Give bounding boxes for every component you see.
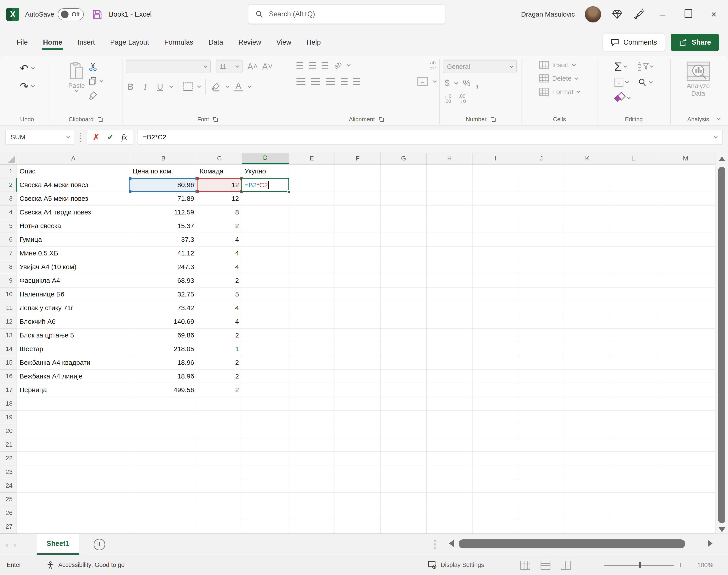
find-select-button[interactable] [638,77,653,87]
cell-L26[interactable] [610,506,656,520]
cell-M16[interactable] [656,370,715,383]
cell-C5[interactable]: 2 [197,219,242,233]
cell-C4[interactable]: 8 [197,205,242,219]
row-header-6[interactable]: 6 [0,233,17,246]
cell-G5[interactable] [381,219,427,233]
cell-A16[interactable]: Вежбанка А4 линије [17,370,130,383]
tab-formulas[interactable]: Formulas [157,34,201,50]
cell-K4[interactable] [564,205,610,219]
cell-F7[interactable] [335,246,381,260]
cell-F10[interactable] [335,288,381,301]
cell-K9[interactable] [564,274,610,288]
cell-A7[interactable]: Мине 0.5 ХБ [17,246,130,260]
font-dialog-launcher[interactable] [213,117,218,122]
cell-L2[interactable] [610,178,656,192]
cell-E17[interactable] [289,383,335,397]
cell-D4[interactable] [242,205,289,219]
cell-H2[interactable] [427,178,473,192]
decrease-decimal-button[interactable]: .00→0 [458,94,466,104]
cell-I4[interactable] [473,205,518,219]
column-header-I[interactable]: I [473,153,518,164]
cell-F11[interactable] [335,301,381,315]
tab-help[interactable]: Help [299,34,328,50]
cell-F22[interactable] [335,451,381,465]
font-color-button[interactable]: A [233,82,244,92]
select-all-corner[interactable] [0,153,17,164]
cell-I25[interactable] [473,493,518,506]
cell-D22[interactable] [242,451,289,465]
column-header-M[interactable]: M [656,153,715,164]
cell-E11[interactable] [289,301,335,315]
column-header-L[interactable]: L [610,153,656,164]
bold-button[interactable]: B [125,82,136,92]
cell-D25[interactable] [242,493,289,506]
minimize-button[interactable]: – [655,9,671,20]
cell-E21[interactable] [289,438,335,451]
cell-B1[interactable]: Цена по ком. [130,165,197,178]
editing-cell-d2[interactable]: =B2*C2 [242,178,289,192]
cell-A6[interactable]: Гумица [17,233,130,246]
align-center-button[interactable] [311,78,320,85]
cell-J8[interactable] [518,260,564,274]
column-header-G[interactable]: G [381,153,427,164]
cell-H5[interactable] [427,219,473,233]
fill-handle[interactable] [287,190,290,193]
cell-L17[interactable] [610,383,656,397]
tab-insert[interactable]: Insert [70,34,103,50]
cell-J20[interactable] [518,424,564,438]
cell-L16[interactable] [610,370,656,383]
cell-C13[interactable]: 2 [197,329,242,342]
cell-H1[interactable] [427,165,473,178]
cell-H3[interactable] [427,192,473,205]
undo-button[interactable]: ↶ [20,62,34,74]
zoom-in-button[interactable]: + [678,561,683,569]
cell-H9[interactable] [427,274,473,288]
cell-I9[interactable] [473,274,518,288]
cell-K26[interactable] [564,506,610,520]
row-header-22[interactable]: 22 [0,451,17,465]
row-header-26[interactable]: 26 [0,506,17,520]
cell-D18[interactable] [242,397,289,410]
cell-A15[interactable]: Вежбанка А4 квадрати [17,356,130,370]
cell-J19[interactable] [518,410,564,424]
comma-button[interactable]: , [476,77,479,90]
cell-D7[interactable] [242,246,289,260]
cell-I13[interactable] [473,329,518,342]
cell-G8[interactable] [381,260,427,274]
cell-J4[interactable] [518,205,564,219]
display-settings-button[interactable]: Display Settings [428,561,484,569]
cell-G24[interactable] [381,479,427,493]
cell-A12[interactable]: Блокчић А6 [17,315,130,329]
cell-K6[interactable] [564,233,610,246]
horizontal-scrollbar-thumb[interactable] [459,539,685,548]
name-box[interactable]: SUM [5,130,75,144]
row-header-5[interactable]: 5 [0,219,17,233]
cell-M9[interactable] [656,274,715,288]
cell-I8[interactable] [473,260,518,274]
cell-L18[interactable] [610,397,656,410]
cell-B16[interactable]: 18.96 [130,370,197,383]
cell-K3[interactable] [564,192,610,205]
wrap-text-button[interactable]: abc↩ [430,60,436,70]
cell-K24[interactable] [564,479,610,493]
alignment-dialog-launcher[interactable] [379,117,384,122]
cell-M24[interactable] [656,479,715,493]
formula-input[interactable]: =B2*C2 [137,130,723,144]
cell-B15[interactable]: 18.96 [130,356,197,370]
cell-E20[interactable] [289,424,335,438]
cell-K21[interactable] [564,438,610,451]
cell-I23[interactable] [473,465,518,479]
cell-J10[interactable] [518,288,564,301]
cell-D17[interactable] [242,383,289,397]
page-break-view-button[interactable] [561,561,571,570]
search-box[interactable]: Search (Alt+Q) [248,4,445,24]
cell-E6[interactable] [289,233,335,246]
cell-C1[interactable]: Комада [197,165,242,178]
page-layout-view-button[interactable] [541,561,550,570]
cell-K20[interactable] [564,424,610,438]
cell-D5[interactable] [242,219,289,233]
cell-C18[interactable] [197,397,242,410]
cell-J23[interactable] [518,465,564,479]
row-header-15[interactable]: 15 [0,356,17,370]
cell-B22[interactable] [130,451,197,465]
